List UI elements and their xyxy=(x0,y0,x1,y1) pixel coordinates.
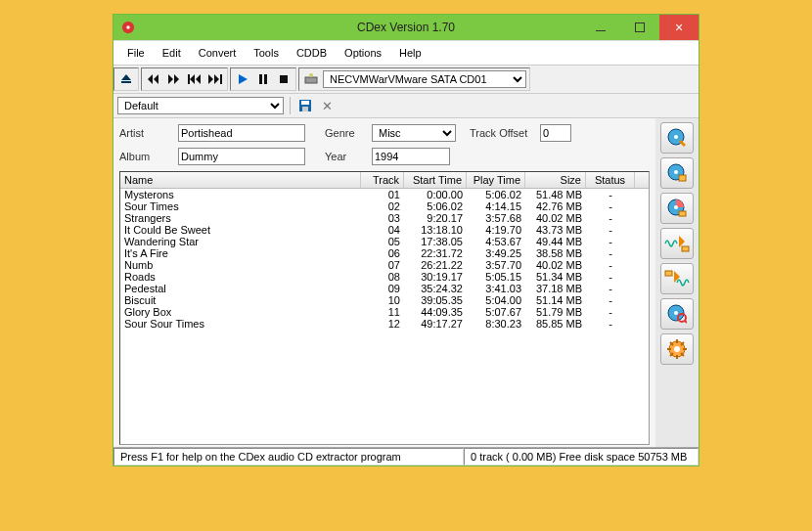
track-row[interactable]: Pedestal0935:24.323:41.0337.18 MB- xyxy=(120,283,649,294)
svg-marker-31 xyxy=(679,236,685,247)
delete-profile-button[interactable]: ✕ xyxy=(318,97,336,114)
track-list-header[interactable]: Name Track Start Time Play Time Size Sta… xyxy=(120,172,649,189)
offset-label: Track Offset xyxy=(470,127,540,139)
album-label: Album xyxy=(119,151,178,162)
configure-drive-button[interactable] xyxy=(302,70,320,88)
year-field[interactable] xyxy=(372,148,450,165)
svg-rect-27 xyxy=(679,175,686,181)
menu-options[interactable]: Options xyxy=(337,45,389,61)
svg-marker-14 xyxy=(239,74,248,84)
drive-select[interactable]: NECVMWarVMware SATA CD01 xyxy=(323,70,526,88)
col-play[interactable]: Play Time xyxy=(467,172,525,188)
svg-rect-30 xyxy=(679,211,686,216)
svg-rect-33 xyxy=(665,271,672,276)
track-list[interactable]: Name Track Start Time Play Time Size Sta… xyxy=(119,171,650,445)
svg-marker-10 xyxy=(196,74,201,84)
genre-select[interactable]: Misc xyxy=(372,124,456,142)
svg-rect-18 xyxy=(305,77,317,83)
year-label: Year xyxy=(325,151,372,162)
svg-marker-2 xyxy=(121,74,131,80)
svg-rect-22 xyxy=(302,107,308,111)
track-row[interactable]: Sour Sour Times1249:17.278:30.2385.85 MB… xyxy=(120,318,649,330)
col-name[interactable]: Name xyxy=(120,172,361,188)
save-profile-button[interactable] xyxy=(296,97,314,114)
svg-line-38 xyxy=(685,321,687,323)
extract-partial-button[interactable] xyxy=(660,193,694,224)
app-icon xyxy=(121,21,135,34)
play-button[interactable] xyxy=(234,70,251,88)
col-status[interactable]: Status xyxy=(586,172,635,188)
close-button[interactable]: × xyxy=(659,15,699,40)
track-row[interactable]: Numb0726:21.223:57.7040.02 MB- xyxy=(120,259,649,271)
svg-rect-13 xyxy=(220,74,222,84)
svg-point-40 xyxy=(674,346,680,352)
artist-field[interactable] xyxy=(178,124,305,142)
svg-marker-5 xyxy=(154,74,158,84)
convert-mp3-wav-button[interactable] xyxy=(660,263,694,294)
convert-wav-mp3-button[interactable] xyxy=(660,228,694,259)
track-row[interactable]: It Could Be Sweet0413:18.104:19.7043.73 … xyxy=(120,224,649,236)
menubar: File Edit Convert Tools CDDB Options Hel… xyxy=(113,40,699,65)
svg-point-24 xyxy=(674,135,678,139)
cddb-query-button[interactable] xyxy=(660,298,694,330)
svg-rect-17 xyxy=(280,75,288,83)
rewind-button[interactable] xyxy=(145,70,162,88)
minimize-button[interactable] xyxy=(581,15,620,40)
svg-rect-21 xyxy=(301,101,309,105)
artist-label: Artist xyxy=(119,127,178,139)
track-row[interactable]: Strangers039:20.173:57.6840.02 MB- xyxy=(120,212,649,224)
skip-back-button[interactable] xyxy=(186,70,203,88)
offset-field[interactable] xyxy=(540,124,571,142)
maximize-button[interactable] xyxy=(620,15,659,40)
player-toolbar: NECVMWarVMware SATA CD01 xyxy=(113,65,699,94)
track-row[interactable]: Glory Box1144:09.355:07.6751.79 MB- xyxy=(120,306,649,318)
track-row[interactable]: Roads0830:19.175:05.1551.34 MB- xyxy=(120,271,649,283)
menu-file[interactable]: File xyxy=(119,45,153,61)
col-track[interactable]: Track xyxy=(361,172,404,188)
svg-marker-11 xyxy=(208,74,213,84)
menu-cddb[interactable]: CDDB xyxy=(289,45,335,61)
svg-point-36 xyxy=(674,311,678,315)
svg-marker-7 xyxy=(174,74,179,84)
status-help: Press F1 for help on the CDex audio CD e… xyxy=(113,448,464,465)
menu-tools[interactable]: Tools xyxy=(246,45,287,61)
svg-point-19 xyxy=(309,73,313,77)
pause-button[interactable] xyxy=(254,70,272,88)
titlebar: CDex Version 1.70 × xyxy=(113,15,699,40)
svg-marker-9 xyxy=(190,74,195,84)
svg-rect-8 xyxy=(188,74,190,84)
profile-toolbar: Default ✕ xyxy=(113,94,699,118)
svg-rect-3 xyxy=(121,81,131,83)
eject-button[interactable] xyxy=(117,70,135,88)
content-panel: Artist Genre Misc Track Offset Album Yea… xyxy=(113,118,655,447)
skip-forward-button[interactable] xyxy=(206,70,224,88)
svg-marker-4 xyxy=(148,74,153,84)
menu-edit[interactable]: Edit xyxy=(155,45,189,61)
album-field[interactable] xyxy=(178,148,305,165)
track-row[interactable]: Biscuit1039:05.355:04.0051.14 MB- xyxy=(120,294,649,306)
svg-rect-16 xyxy=(264,74,267,84)
extract-compressed-button[interactable] xyxy=(660,157,694,189)
action-sidebar xyxy=(655,118,699,447)
svg-marker-6 xyxy=(168,74,173,84)
track-row[interactable]: Sour Times025:06.024:14.1542.76 MB- xyxy=(120,200,649,212)
svg-point-1 xyxy=(126,25,130,29)
status-bar: Press F1 for help on the CDex audio CD e… xyxy=(113,447,699,465)
track-row[interactable]: Wandering Star0517:38.054:53.6749.44 MB- xyxy=(120,236,649,247)
col-size[interactable]: Size xyxy=(525,172,586,188)
app-window: CDex Version 1.70 × File Edit Convert To… xyxy=(113,14,699,466)
col-start[interactable]: Start Time xyxy=(404,172,467,188)
stop-button[interactable] xyxy=(275,70,293,88)
menu-help[interactable]: Help xyxy=(391,45,429,61)
track-row[interactable]: It's A Fire0622:31.723:49.2538.58 MB- xyxy=(120,247,649,259)
profile-select[interactable]: Default xyxy=(117,97,284,114)
status-info: 0 track ( 0.00 MB) Free disk space 50753… xyxy=(464,448,699,465)
fast-forward-button[interactable] xyxy=(165,70,183,88)
track-row[interactable]: Mysterons010:00.005:06.0251.48 MB- xyxy=(120,189,649,200)
extract-tracks-button[interactable] xyxy=(660,122,694,154)
settings-button[interactable] xyxy=(660,333,694,365)
svg-rect-32 xyxy=(682,246,689,251)
svg-rect-15 xyxy=(259,74,262,84)
menu-convert[interactable]: Convert xyxy=(191,45,245,61)
svg-marker-12 xyxy=(214,74,219,84)
